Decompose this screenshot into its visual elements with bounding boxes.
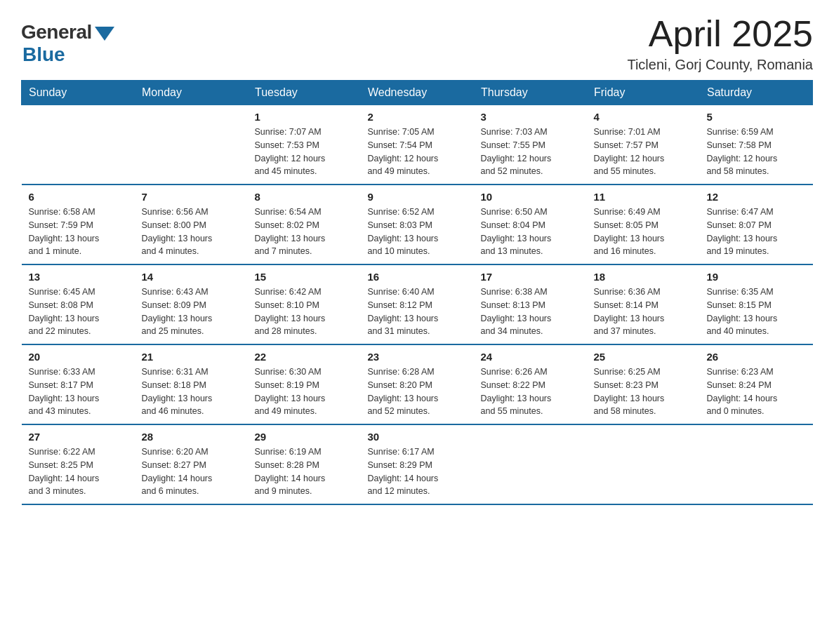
day-info: Sunrise: 6:49 AMSunset: 8:05 PMDaylight:… xyxy=(594,206,693,258)
calendar-cell: 20Sunrise: 6:33 AMSunset: 8:17 PMDayligh… xyxy=(22,344,135,424)
calendar-header: SundayMondayTuesdayWednesdayThursdayFrid… xyxy=(22,81,813,105)
day-info: Sunrise: 6:36 AMSunset: 8:14 PMDaylight:… xyxy=(594,286,693,338)
calendar-cell xyxy=(22,105,135,185)
day-info: Sunrise: 6:17 AMSunset: 8:29 PMDaylight:… xyxy=(368,445,467,498)
calendar-cell: 18Sunrise: 6:36 AMSunset: 8:14 PMDayligh… xyxy=(587,264,700,344)
day-info: Sunrise: 6:59 AMSunset: 7:58 PMDaylight:… xyxy=(707,126,806,178)
title-section: April 2025 Ticleni, Gorj County, Romania xyxy=(627,14,813,73)
calendar-cell: 16Sunrise: 6:40 AMSunset: 8:12 PMDayligh… xyxy=(361,264,474,344)
week-row-5: 27Sunrise: 6:22 AMSunset: 8:25 PMDayligh… xyxy=(22,424,813,504)
day-info: Sunrise: 6:47 AMSunset: 8:07 PMDaylight:… xyxy=(707,206,806,258)
day-info: Sunrise: 6:43 AMSunset: 8:09 PMDaylight:… xyxy=(142,286,241,338)
day-info: Sunrise: 6:35 AMSunset: 8:15 PMDaylight:… xyxy=(707,286,806,338)
calendar-cell: 29Sunrise: 6:19 AMSunset: 8:28 PMDayligh… xyxy=(248,424,361,504)
day-number: 4 xyxy=(594,111,693,123)
day-number: 29 xyxy=(255,431,354,443)
calendar-table: SundayMondayTuesdayWednesdayThursdayFrid… xyxy=(21,80,813,505)
logo-arrow-icon xyxy=(95,27,114,41)
day-number: 13 xyxy=(29,271,128,283)
calendar-cell: 24Sunrise: 6:26 AMSunset: 8:22 PMDayligh… xyxy=(474,344,587,424)
day-info: Sunrise: 6:28 AMSunset: 8:20 PMDaylight:… xyxy=(368,365,467,418)
day-number: 21 xyxy=(142,351,241,363)
calendar-cell: 25Sunrise: 6:25 AMSunset: 8:23 PMDayligh… xyxy=(587,344,700,424)
calendar-cell: 9Sunrise: 6:52 AMSunset: 8:03 PMDaylight… xyxy=(361,185,474,264)
calendar-cell: 27Sunrise: 6:22 AMSunset: 8:25 PMDayligh… xyxy=(22,424,135,504)
day-number: 16 xyxy=(368,271,467,283)
day-number: 14 xyxy=(142,271,241,283)
calendar-cell: 11Sunrise: 6:49 AMSunset: 8:05 PMDayligh… xyxy=(587,185,700,264)
day-info: Sunrise: 6:26 AMSunset: 8:22 PMDaylight:… xyxy=(481,365,580,418)
calendar-cell: 28Sunrise: 6:20 AMSunset: 8:27 PMDayligh… xyxy=(135,424,248,504)
calendar-cell: 3Sunrise: 7:03 AMSunset: 7:55 PMDaylight… xyxy=(474,105,587,185)
day-number: 30 xyxy=(368,431,467,443)
day-number: 26 xyxy=(707,351,806,363)
day-info: Sunrise: 6:40 AMSunset: 8:12 PMDaylight:… xyxy=(368,286,467,338)
calendar-cell: 12Sunrise: 6:47 AMSunset: 8:07 PMDayligh… xyxy=(700,185,813,264)
header-thursday: Thursday xyxy=(474,81,587,105)
day-number: 11 xyxy=(594,191,693,203)
header-row: SundayMondayTuesdayWednesdayThursdayFrid… xyxy=(22,81,813,105)
calendar-cell: 6Sunrise: 6:58 AMSunset: 7:59 PMDaylight… xyxy=(22,185,135,264)
day-number: 2 xyxy=(368,111,467,123)
calendar-cell: 23Sunrise: 6:28 AMSunset: 8:20 PMDayligh… xyxy=(361,344,474,424)
calendar-cell: 22Sunrise: 6:30 AMSunset: 8:19 PMDayligh… xyxy=(248,344,361,424)
calendar-cell: 26Sunrise: 6:23 AMSunset: 8:24 PMDayligh… xyxy=(700,344,813,424)
day-info: Sunrise: 6:42 AMSunset: 8:10 PMDaylight:… xyxy=(255,286,354,338)
day-info: Sunrise: 7:03 AMSunset: 7:55 PMDaylight:… xyxy=(481,126,580,178)
calendar-cell: 2Sunrise: 7:05 AMSunset: 7:54 PMDaylight… xyxy=(361,105,474,185)
week-row-2: 6Sunrise: 6:58 AMSunset: 7:59 PMDaylight… xyxy=(22,185,813,264)
day-number: 28 xyxy=(142,431,241,443)
calendar-cell: 21Sunrise: 6:31 AMSunset: 8:18 PMDayligh… xyxy=(135,344,248,424)
day-info: Sunrise: 7:01 AMSunset: 7:57 PMDaylight:… xyxy=(594,126,693,178)
day-info: Sunrise: 6:25 AMSunset: 8:23 PMDaylight:… xyxy=(594,365,693,418)
day-number: 7 xyxy=(142,191,241,203)
day-info: Sunrise: 6:50 AMSunset: 8:04 PMDaylight:… xyxy=(481,206,580,258)
day-number: 23 xyxy=(368,351,467,363)
calendar-body: 1Sunrise: 7:07 AMSunset: 7:53 PMDaylight… xyxy=(22,105,813,505)
calendar-cell: 4Sunrise: 7:01 AMSunset: 7:57 PMDaylight… xyxy=(587,105,700,185)
calendar-cell: 15Sunrise: 6:42 AMSunset: 8:10 PMDayligh… xyxy=(248,264,361,344)
day-number: 24 xyxy=(481,351,580,363)
day-info: Sunrise: 6:38 AMSunset: 8:13 PMDaylight:… xyxy=(481,286,580,338)
calendar-cell xyxy=(474,424,587,504)
day-info: Sunrise: 6:31 AMSunset: 8:18 PMDaylight:… xyxy=(142,365,241,418)
logo-blue-text: Blue xyxy=(22,43,65,66)
week-row-1: 1Sunrise: 7:07 AMSunset: 7:53 PMDaylight… xyxy=(22,105,813,185)
logo-general-text: General xyxy=(21,21,92,43)
logo: General Blue xyxy=(21,21,114,66)
calendar-cell: 17Sunrise: 6:38 AMSunset: 8:13 PMDayligh… xyxy=(474,264,587,344)
day-info: Sunrise: 6:52 AMSunset: 8:03 PMDaylight:… xyxy=(368,206,467,258)
header-saturday: Saturday xyxy=(700,81,813,105)
calendar-cell: 7Sunrise: 6:56 AMSunset: 8:00 PMDaylight… xyxy=(135,185,248,264)
day-info: Sunrise: 6:45 AMSunset: 8:08 PMDaylight:… xyxy=(29,286,128,338)
day-number: 10 xyxy=(481,191,580,203)
day-number: 1 xyxy=(255,111,354,123)
page-header: General Blue April 2025 Ticleni, Gorj Co… xyxy=(21,14,813,73)
calendar-cell xyxy=(587,424,700,504)
day-info: Sunrise: 6:20 AMSunset: 8:27 PMDaylight:… xyxy=(142,445,241,498)
calendar-cell: 30Sunrise: 6:17 AMSunset: 8:29 PMDayligh… xyxy=(361,424,474,504)
day-info: Sunrise: 7:07 AMSunset: 7:53 PMDaylight:… xyxy=(255,126,354,178)
day-number: 27 xyxy=(29,431,128,443)
day-number: 20 xyxy=(29,351,128,363)
calendar-cell: 5Sunrise: 6:59 AMSunset: 7:58 PMDaylight… xyxy=(700,105,813,185)
day-number: 12 xyxy=(707,191,806,203)
calendar-cell xyxy=(135,105,248,185)
week-row-4: 20Sunrise: 6:33 AMSunset: 8:17 PMDayligh… xyxy=(22,344,813,424)
day-number: 25 xyxy=(594,351,693,363)
calendar-cell: 1Sunrise: 7:07 AMSunset: 7:53 PMDaylight… xyxy=(248,105,361,185)
day-number: 5 xyxy=(707,111,806,123)
day-number: 9 xyxy=(368,191,467,203)
day-info: Sunrise: 6:33 AMSunset: 8:17 PMDaylight:… xyxy=(29,365,128,418)
day-info: Sunrise: 6:23 AMSunset: 8:24 PMDaylight:… xyxy=(707,365,806,418)
day-info: Sunrise: 6:30 AMSunset: 8:19 PMDaylight:… xyxy=(255,365,354,418)
day-number: 17 xyxy=(481,271,580,283)
day-info: Sunrise: 6:54 AMSunset: 8:02 PMDaylight:… xyxy=(255,206,354,258)
month-year-title: April 2025 xyxy=(627,14,813,54)
header-tuesday: Tuesday xyxy=(248,81,361,105)
calendar-cell: 10Sunrise: 6:50 AMSunset: 8:04 PMDayligh… xyxy=(474,185,587,264)
day-info: Sunrise: 6:19 AMSunset: 8:28 PMDaylight:… xyxy=(255,445,354,498)
day-number: 18 xyxy=(594,271,693,283)
day-info: Sunrise: 6:58 AMSunset: 7:59 PMDaylight:… xyxy=(29,206,128,258)
calendar-cell: 19Sunrise: 6:35 AMSunset: 8:15 PMDayligh… xyxy=(700,264,813,344)
